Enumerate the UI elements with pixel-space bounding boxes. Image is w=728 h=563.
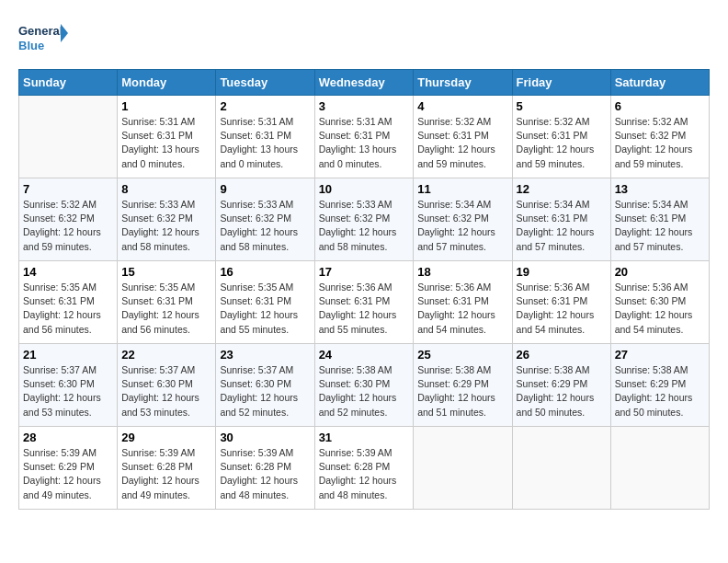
calendar-day-cell: 31Sunrise: 5:39 AM Sunset: 6:28 PM Dayli… <box>314 427 414 510</box>
calendar-week-row: 21Sunrise: 5:37 AM Sunset: 6:30 PM Dayli… <box>19 344 710 427</box>
day-number: 1 <box>121 99 211 113</box>
calendar-day-cell: 16Sunrise: 5:35 AM Sunset: 6:31 PM Dayli… <box>216 261 314 344</box>
calendar-day-header: Wednesday <box>314 70 414 96</box>
day-number: 4 <box>417 99 507 113</box>
day-info: Sunrise: 5:35 AM Sunset: 6:31 PM Dayligh… <box>121 281 211 337</box>
calendar-day-header: Friday <box>512 70 610 96</box>
calendar-day-cell: 9Sunrise: 5:33 AM Sunset: 6:32 PM Daylig… <box>216 178 314 261</box>
day-number: 30 <box>220 431 310 444</box>
day-number: 6 <box>615 99 705 113</box>
day-number: 18 <box>417 265 507 279</box>
calendar-day-cell: 29Sunrise: 5:39 AM Sunset: 6:28 PM Dayli… <box>118 427 216 510</box>
calendar-day-cell: 23Sunrise: 5:37 AM Sunset: 6:30 PM Dayli… <box>216 344 314 427</box>
day-number: 26 <box>517 348 607 362</box>
day-number: 25 <box>417 348 507 362</box>
calendar-day-cell: 13Sunrise: 5:34 AM Sunset: 6:31 PM Dayli… <box>610 178 709 261</box>
calendar-day-cell: 1Sunrise: 5:31 AM Sunset: 6:31 PM Daylig… <box>118 96 216 178</box>
calendar-day-cell <box>414 427 512 510</box>
day-number: 3 <box>319 99 410 113</box>
calendar-day-cell: 4Sunrise: 5:32 AM Sunset: 6:31 PM Daylig… <box>414 96 512 178</box>
day-info: Sunrise: 5:39 AM Sunset: 6:29 PM Dayligh… <box>23 446 113 502</box>
calendar-day-cell <box>19 96 118 178</box>
day-number: 17 <box>319 265 410 279</box>
calendar-day-cell: 11Sunrise: 5:34 AM Sunset: 6:32 PM Dayli… <box>414 178 512 261</box>
logo-svg: General Blue <box>18 18 69 60</box>
calendar-day-cell <box>512 427 610 510</box>
page-header: General Blue <box>18 18 710 60</box>
day-number: 27 <box>615 348 705 362</box>
calendar-week-row: 28Sunrise: 5:39 AM Sunset: 6:29 PM Dayli… <box>19 427 710 510</box>
calendar-day-cell: 24Sunrise: 5:38 AM Sunset: 6:30 PM Dayli… <box>314 344 414 427</box>
day-number: 21 <box>23 348 113 362</box>
day-info: Sunrise: 5:36 AM Sunset: 6:30 PM Dayligh… <box>615 281 705 337</box>
day-info: Sunrise: 5:37 AM Sunset: 6:30 PM Dayligh… <box>23 363 113 419</box>
calendar-day-cell: 15Sunrise: 5:35 AM Sunset: 6:31 PM Dayli… <box>118 261 216 344</box>
day-number: 5 <box>517 99 607 113</box>
day-info: Sunrise: 5:38 AM Sunset: 6:29 PM Dayligh… <box>615 363 705 419</box>
calendar-day-cell: 10Sunrise: 5:33 AM Sunset: 6:32 PM Dayli… <box>314 178 414 261</box>
day-number: 29 <box>121 431 211 444</box>
day-info: Sunrise: 5:34 AM Sunset: 6:32 PM Dayligh… <box>417 198 507 254</box>
calendar-day-cell: 22Sunrise: 5:37 AM Sunset: 6:30 PM Dayli… <box>118 344 216 427</box>
svg-text:General: General <box>18 24 63 38</box>
calendar-day-cell: 26Sunrise: 5:38 AM Sunset: 6:29 PM Dayli… <box>512 344 610 427</box>
calendar-day-cell: 2Sunrise: 5:31 AM Sunset: 6:31 PM Daylig… <box>216 96 314 178</box>
calendar-day-cell: 3Sunrise: 5:31 AM Sunset: 6:31 PM Daylig… <box>314 96 414 178</box>
day-info: Sunrise: 5:38 AM Sunset: 6:30 PM Dayligh… <box>319 363 410 419</box>
calendar-day-cell: 19Sunrise: 5:36 AM Sunset: 6:31 PM Dayli… <box>512 261 610 344</box>
day-info: Sunrise: 5:32 AM Sunset: 6:31 PM Dayligh… <box>517 115 607 171</box>
day-info: Sunrise: 5:39 AM Sunset: 6:28 PM Dayligh… <box>121 446 211 502</box>
calendar-day-cell: 28Sunrise: 5:39 AM Sunset: 6:29 PM Dayli… <box>19 427 118 510</box>
day-info: Sunrise: 5:36 AM Sunset: 6:31 PM Dayligh… <box>417 281 507 337</box>
day-info: Sunrise: 5:38 AM Sunset: 6:29 PM Dayligh… <box>417 363 507 419</box>
calendar-day-cell: 21Sunrise: 5:37 AM Sunset: 6:30 PM Dayli… <box>19 344 118 427</box>
day-number: 13 <box>615 182 705 196</box>
day-number: 31 <box>319 431 410 444</box>
day-number: 15 <box>121 265 211 279</box>
day-info: Sunrise: 5:34 AM Sunset: 6:31 PM Dayligh… <box>615 198 705 254</box>
calendar-day-cell: 25Sunrise: 5:38 AM Sunset: 6:29 PM Dayli… <box>414 344 512 427</box>
day-info: Sunrise: 5:36 AM Sunset: 6:31 PM Dayligh… <box>517 281 607 337</box>
calendar-day-cell: 7Sunrise: 5:32 AM Sunset: 6:32 PM Daylig… <box>19 178 118 261</box>
calendar-day-cell: 12Sunrise: 5:34 AM Sunset: 6:31 PM Dayli… <box>512 178 610 261</box>
day-number: 16 <box>220 265 310 279</box>
day-number: 24 <box>319 348 410 362</box>
calendar-header-row: SundayMondayTuesdayWednesdayThursdayFrid… <box>19 70 710 96</box>
day-number: 22 <box>121 348 211 362</box>
calendar-week-row: 1Sunrise: 5:31 AM Sunset: 6:31 PM Daylig… <box>19 96 710 178</box>
day-info: Sunrise: 5:39 AM Sunset: 6:28 PM Dayligh… <box>319 446 410 502</box>
day-number: 9 <box>220 182 310 196</box>
day-info: Sunrise: 5:33 AM Sunset: 6:32 PM Dayligh… <box>319 198 410 254</box>
day-info: Sunrise: 5:34 AM Sunset: 6:31 PM Dayligh… <box>517 198 607 254</box>
day-info: Sunrise: 5:37 AM Sunset: 6:30 PM Dayligh… <box>121 363 211 419</box>
day-number: 19 <box>517 265 607 279</box>
day-number: 20 <box>615 265 705 279</box>
day-info: Sunrise: 5:37 AM Sunset: 6:30 PM Dayligh… <box>220 363 310 419</box>
calendar-day-cell: 20Sunrise: 5:36 AM Sunset: 6:30 PM Dayli… <box>610 261 709 344</box>
day-info: Sunrise: 5:32 AM Sunset: 6:32 PM Dayligh… <box>23 198 113 254</box>
calendar-day-header: Monday <box>118 70 216 96</box>
svg-text:Blue: Blue <box>18 39 44 52</box>
day-info: Sunrise: 5:32 AM Sunset: 6:31 PM Dayligh… <box>417 115 507 171</box>
calendar-day-header: Sunday <box>19 70 118 96</box>
calendar-day-cell: 30Sunrise: 5:39 AM Sunset: 6:28 PM Dayli… <box>216 427 314 510</box>
calendar-day-cell: 17Sunrise: 5:36 AM Sunset: 6:31 PM Dayli… <box>314 261 414 344</box>
day-info: Sunrise: 5:32 AM Sunset: 6:32 PM Dayligh… <box>615 115 705 171</box>
day-number: 2 <box>220 99 310 113</box>
day-number: 7 <box>23 182 113 196</box>
day-info: Sunrise: 5:31 AM Sunset: 6:31 PM Dayligh… <box>220 115 310 171</box>
day-number: 12 <box>517 182 607 196</box>
day-info: Sunrise: 5:33 AM Sunset: 6:32 PM Dayligh… <box>220 198 310 254</box>
calendar-day-cell: 27Sunrise: 5:38 AM Sunset: 6:29 PM Dayli… <box>610 344 709 427</box>
day-info: Sunrise: 5:39 AM Sunset: 6:28 PM Dayligh… <box>220 446 310 502</box>
day-number: 8 <box>121 182 211 196</box>
calendar-day-header: Saturday <box>610 70 709 96</box>
calendar-day-cell: 18Sunrise: 5:36 AM Sunset: 6:31 PM Dayli… <box>414 261 512 344</box>
calendar-week-row: 7Sunrise: 5:32 AM Sunset: 6:32 PM Daylig… <box>19 178 710 261</box>
calendar-week-row: 14Sunrise: 5:35 AM Sunset: 6:31 PM Dayli… <box>19 261 710 344</box>
calendar-day-cell: 8Sunrise: 5:33 AM Sunset: 6:32 PM Daylig… <box>118 178 216 261</box>
day-number: 28 <box>23 431 113 444</box>
calendar-day-cell: 14Sunrise: 5:35 AM Sunset: 6:31 PM Dayli… <box>19 261 118 344</box>
day-number: 14 <box>23 265 113 279</box>
calendar-table: SundayMondayTuesdayWednesdayThursdayFrid… <box>18 69 710 510</box>
